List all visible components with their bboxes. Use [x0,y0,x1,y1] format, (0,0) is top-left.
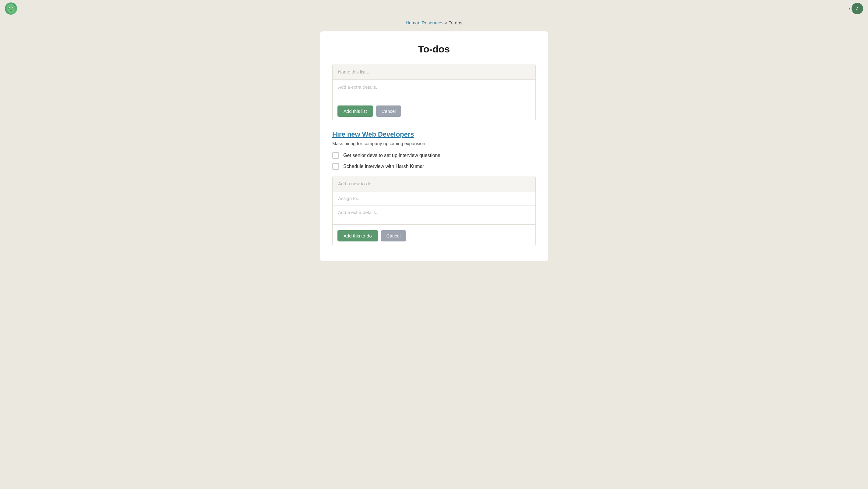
avatar[interactable]: J [851,3,863,14]
todo-list-hire-web-devs: Hire new Web Developers Mass hiring for … [332,127,536,252]
app-logo[interactable] [5,2,17,15]
cancel-list-button[interactable]: Cancel [376,106,401,117]
add-list-button[interactable]: Add this list [337,106,373,117]
todo-item: Get senior devs to set up interview ques… [332,152,536,159]
assign-to-input[interactable] [333,192,535,205]
new-list-form: Add this list Cancel [332,64,536,121]
add-todo-form: Add this to-do Cancel [332,176,536,246]
svg-point-0 [7,4,16,13]
main-content: To-dos Add this list Cancel Hire new Web… [315,31,553,261]
page-title: To-dos [332,44,536,55]
topbar: ▾ J [0,0,868,17]
todo-checkbox-1[interactable] [332,152,339,159]
breadcrumb-separator: > To-dos [445,20,462,25]
todo-list-title-link[interactable]: Hire new Web Developers [332,131,414,138]
breadcrumb-parent-link[interactable]: Human Resources [406,20,443,25]
page-card: To-dos Add this list Cancel Hire new Web… [320,31,548,261]
todo-item-text-1: Get senior devs to set up interview ques… [343,153,440,158]
add-todo-button[interactable]: Add this to-do [337,230,378,241]
breadcrumb: Human Resources > To-dos [0,17,868,31]
todo-items-list: Get senior devs to set up interview ques… [332,152,536,170]
svg-point-5 [9,8,9,8]
todo-details-input[interactable] [333,205,535,225]
list-name-input[interactable] [333,64,535,80]
todo-item-text-2: Schedule interview with Harsh Kumar [343,164,424,169]
user-menu[interactable]: ▾ J [848,3,863,14]
add-todo-actions: Add this to-do Cancel [333,226,535,246]
new-list-actions: Add this list Cancel [333,101,535,121]
add-todo-input[interactable] [333,176,535,192]
svg-point-6 [12,8,13,8]
todo-item: Schedule interview with Harsh Kumar [332,163,536,170]
todo-list-description: Mass hiring for company upcoming expansi… [332,141,536,146]
cancel-todo-button[interactable]: Cancel [381,230,406,241]
todo-checkbox-2[interactable] [332,163,339,170]
chevron-down-icon: ▾ [848,6,850,11]
list-details-input[interactable] [333,80,535,100]
